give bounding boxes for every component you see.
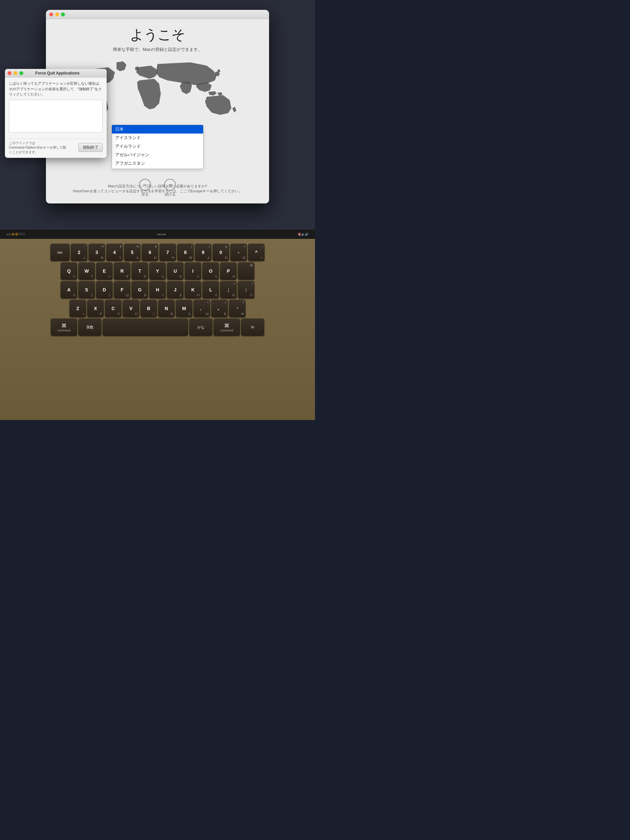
tb-rewind[interactable]: ⏮: [157, 233, 160, 236]
setup-titlebar: [46, 10, 269, 19]
key-6[interactable]: &6お: [142, 244, 158, 261]
key-cmd-right[interactable]: ⌘command: [214, 319, 240, 336]
touch-bar: esc 🔅 🔆 ⠿⠿ ⠿ ⏮ ⏯ ⏭ 🔇 🔉 🔊: [0, 230, 315, 239]
key-h[interactable]: Hく: [149, 281, 166, 298]
country-iceland[interactable]: アイスランド: [112, 134, 203, 142]
key-0[interactable]: を0わ: [213, 244, 229, 261]
key-at[interactable]: @゛: [238, 262, 254, 279]
key-a[interactable]: Aち: [61, 281, 77, 298]
key-f[interactable]: Fは: [114, 281, 130, 298]
welcome-title: ようこそ: [130, 25, 185, 44]
tb-playpause[interactable]: ⏯: [160, 233, 163, 236]
tb-vol-down[interactable]: 🔉: [301, 233, 305, 236]
country-usa[interactable]: アメリカ合衆国: [112, 168, 203, 169]
country-afghanistan[interactable]: アフガニスタン: [112, 159, 203, 168]
tb-forward[interactable]: ⏭: [163, 233, 166, 236]
key-slash[interactable]: ?・め: [229, 300, 245, 317]
tb-esc[interactable]: esc: [6, 233, 11, 236]
key-eisu[interactable]: 英数: [79, 319, 101, 336]
key-k[interactable]: Kの: [185, 281, 201, 298]
fq-description: しばらく待ってもアプリケーションが応答しない場合は、そのアプリケーションの名前を…: [9, 81, 103, 97]
key-b[interactable]: Bこ: [141, 300, 157, 317]
key-row-bottom: ⌘command 英数 かな ⌘command fn: [51, 319, 264, 336]
key-kana[interactable]: かな: [189, 319, 212, 336]
welcome-subtitle: 簡単な手順で、Macの登録と設定ができます。: [113, 47, 202, 52]
key-c[interactable]: Cそ: [105, 300, 122, 317]
tb-vol-up[interactable]: 🔊: [305, 233, 308, 236]
key-row-qwerty: Qた Wて Eい Rす Tか Yん Uな Iに Oら Pせ @゛: [61, 262, 254, 279]
key-u[interactable]: Uな: [167, 262, 183, 279]
fq-titlebar: Force Quit Applications: [5, 69, 107, 77]
key-g[interactable]: Gき: [131, 281, 148, 298]
key-caret[interactable]: ~^へ: [248, 244, 264, 261]
key-2[interactable]: "2ふ: [71, 244, 87, 261]
close-button[interactable]: [49, 13, 53, 16]
key-comma[interactable]: <、ね: [194, 300, 210, 317]
key-m[interactable]: Mも: [176, 300, 192, 317]
key-l[interactable]: Lり: [202, 281, 219, 298]
country-ireland[interactable]: アイルランド: [112, 142, 203, 151]
keyboard-area: esc "2ふ #3あ $4う %5え &6お '7や (8ゆ )9よ を0わ …: [0, 239, 315, 420]
key-space[interactable]: [103, 319, 188, 336]
key-row-zxcv: Zっ Xさ Cそ Vひ Bこ Nみ Mも <、ね >。る ?・め: [69, 300, 245, 317]
minimize-button[interactable]: [55, 13, 59, 16]
fq-title: Force Quit Applications: [25, 71, 90, 76]
key-s[interactable]: Sと: [79, 281, 95, 298]
tb-brightness-up[interactable]: 🔆: [15, 233, 18, 236]
key-q[interactable]: Qた: [61, 262, 77, 279]
force-quit-window: Force Quit Applications しばらく待ってもアプリケーション…: [5, 69, 107, 158]
country-azerbaijan[interactable]: アゼルバイジャン: [112, 151, 203, 159]
macbook-body: esc 🔅 🔆 ⠿⠿ ⠿ ⏮ ⏯ ⏭ 🔇 🔉 🔊 esc "2ふ #3あ $4う…: [0, 230, 315, 420]
key-period[interactable]: >。る: [211, 300, 228, 317]
fq-minimize-button[interactable]: [13, 71, 17, 75]
bottom-help: Macの設定方法について詳しい説明を聞く必要がありますか? VoiceOverを…: [73, 184, 242, 194]
key-esc[interactable]: esc: [51, 244, 69, 261]
key-7[interactable]: '7や: [159, 244, 176, 261]
tb-mission[interactable]: ⠿⠿: [18, 233, 23, 236]
key-cmd-left[interactable]: ⌘command: [51, 319, 77, 336]
screen-area: ようこそ 簡単な手順で、Macの登録と設定ができます。: [0, 0, 315, 230]
key-fn[interactable]: fn: [241, 319, 264, 336]
key-d[interactable]: Dし: [96, 281, 112, 298]
key-j[interactable]: Jま: [167, 281, 183, 298]
key-5[interactable]: %5え: [124, 244, 141, 261]
country-dropdown[interactable]: 日本 アイスランド アイルランド アゼルバイジャン アフガニスタン アメリカ合衆…: [112, 125, 204, 169]
fq-app-list[interactable]: [9, 100, 103, 133]
country-japan[interactable]: 日本: [112, 125, 203, 134]
key-t[interactable]: Tか: [131, 262, 148, 279]
key-row-asdf: Aち Sと Dし Fは Gき Hく Jま Kの Lり +;れ *:け: [61, 281, 254, 298]
key-9[interactable]: )9よ: [195, 244, 211, 261]
tb-mute[interactable]: 🔇: [298, 233, 301, 236]
help-line1: Macの設定方法について詳しい説明を聞く必要がありますか?: [73, 184, 242, 189]
key-y[interactable]: Yん: [149, 262, 166, 279]
fq-content: しばらく待ってもアプリケーションが応答しない場合は、そのアプリケーションの名前を…: [5, 77, 107, 139]
fq-footer: このウインドウはCommand+Option+Escキーを押して開くことができま…: [5, 139, 107, 158]
key-semicolon[interactable]: +;れ: [220, 281, 237, 298]
fq-force-quit-button[interactable]: 強制終了: [79, 143, 103, 152]
key-r[interactable]: Rす: [114, 262, 130, 279]
key-p[interactable]: Pせ: [220, 262, 237, 279]
key-8[interactable]: (8ゆ: [177, 244, 194, 261]
key-colon[interactable]: *:け: [238, 281, 254, 298]
key-z[interactable]: Zっ: [69, 300, 86, 317]
key-row-numbers: esc "2ふ #3あ $4う %5え &6お '7や (8ゆ )9よ を0わ …: [51, 244, 264, 261]
key-n[interactable]: Nみ: [158, 300, 175, 317]
help-line2: VoiceOverを使ってコンピュータを設定する方法を学習するには、ここでEsc…: [73, 189, 242, 194]
key-e[interactable]: Eい: [96, 262, 112, 279]
tb-launchpad[interactable]: ⠿: [23, 233, 25, 236]
key-w[interactable]: Wて: [79, 262, 95, 279]
key-4[interactable]: $4う: [106, 244, 123, 261]
tb-brightness-down[interactable]: 🔅: [11, 233, 15, 236]
key-i[interactable]: Iに: [185, 262, 201, 279]
key-v[interactable]: Vひ: [123, 300, 139, 317]
key-minus[interactable]: =-ほ: [231, 244, 247, 261]
key-o[interactable]: Oら: [202, 262, 219, 279]
fq-close-button[interactable]: [8, 71, 11, 75]
fq-shortcut-text: このウインドウはCommand+Option+Escキーを押して開くことができま…: [9, 141, 68, 155]
maximize-button[interactable]: [61, 13, 65, 16]
fq-maximize-button[interactable]: [19, 71, 23, 75]
key-3[interactable]: #3あ: [88, 244, 105, 261]
key-x[interactable]: Xさ: [87, 300, 104, 317]
